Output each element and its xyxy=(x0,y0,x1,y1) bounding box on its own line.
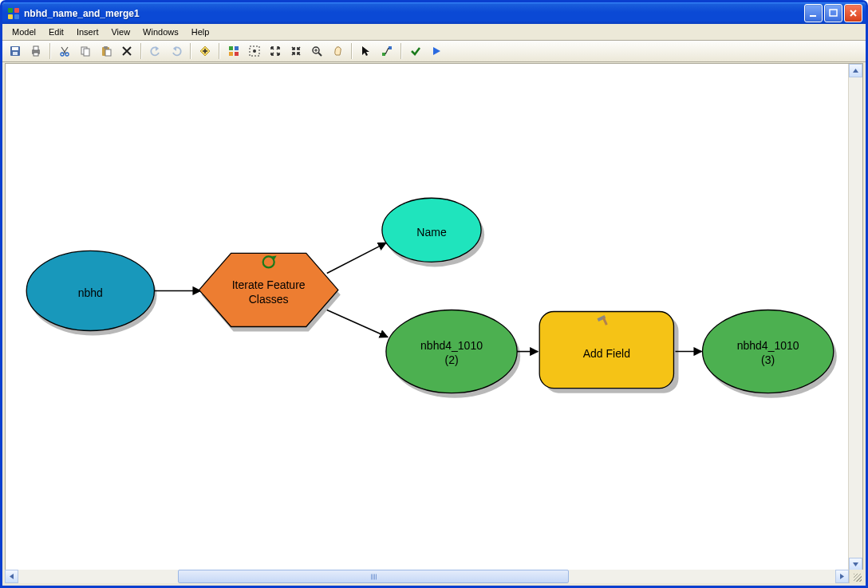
scroll-right-icon[interactable] xyxy=(835,570,849,583)
zoom-tool-icon[interactable] xyxy=(307,41,326,61)
app-icon xyxy=(7,7,20,20)
horizontal-scroll-track[interactable] xyxy=(18,570,835,583)
model-canvas-frame: nbhd Iterate Feature Classes xyxy=(5,63,863,572)
toolbar-separator xyxy=(140,43,142,59)
menu-help[interactable]: Help xyxy=(185,26,216,38)
validate-icon[interactable] xyxy=(406,41,425,61)
svg-rect-18 xyxy=(235,52,239,56)
svg-line-22 xyxy=(318,53,322,56)
pan-icon[interactable] xyxy=(328,41,347,61)
scroll-up-icon[interactable] xyxy=(849,64,862,77)
node-iterator-label-1: Iterate Feature xyxy=(232,278,306,291)
toolbar-separator xyxy=(219,43,220,59)
print-icon[interactable] xyxy=(26,41,45,61)
menu-model[interactable]: Model xyxy=(6,26,42,38)
toolbar-separator xyxy=(190,43,191,59)
diagram-svg: nbhd Iterate Feature Classes xyxy=(6,64,862,571)
close-button[interactable] xyxy=(844,4,862,22)
svg-rect-14 xyxy=(105,49,111,56)
svg-rect-17 xyxy=(229,52,233,56)
scroll-left-icon[interactable] xyxy=(5,570,18,583)
toolbar xyxy=(2,41,866,62)
horizontal-scroll-thumb[interactable] xyxy=(178,570,569,583)
vertical-scroll-track[interactable] xyxy=(849,77,862,558)
run-icon[interactable] xyxy=(427,41,446,61)
node-iterator[interactable]: Iterate Feature Classes xyxy=(199,253,341,331)
svg-rect-0 xyxy=(810,15,816,17)
menu-windows[interactable]: Windows xyxy=(136,26,185,38)
svg-line-27 xyxy=(385,48,389,54)
node-tool-label: Add Field xyxy=(583,347,630,360)
svg-rect-16 xyxy=(235,46,239,50)
node-derived-fc-label-1: nbhd4_1010 xyxy=(420,339,483,352)
window-title: nbhd_name_and_merge1 xyxy=(24,8,804,19)
node-tool-add-field[interactable]: Add Field xyxy=(539,311,678,393)
connector-iterator-to-fc[interactable] xyxy=(327,310,388,337)
full-extent-icon[interactable] xyxy=(245,41,264,61)
svg-rect-26 xyxy=(389,46,392,49)
titlebar[interactable]: nbhd_name_and_merge1 xyxy=(2,2,866,24)
svg-rect-13 xyxy=(104,46,108,49)
paste-icon[interactable] xyxy=(97,41,116,61)
horizontal-scrollbar[interactable] xyxy=(5,570,863,583)
svg-point-8 xyxy=(61,53,64,56)
connect-icon[interactable] xyxy=(377,41,397,61)
maximize-button[interactable] xyxy=(824,4,842,22)
node-output-final-label-2: (3) xyxy=(761,353,775,366)
toolbar-separator xyxy=(400,43,402,59)
undo-icon[interactable] xyxy=(146,41,165,61)
menu-insert[interactable]: Insert xyxy=(70,26,105,38)
svg-rect-3 xyxy=(12,47,18,50)
svg-rect-15 xyxy=(229,46,233,50)
save-icon[interactable] xyxy=(6,41,25,61)
node-output-final-label-1: nbhd4_1010 xyxy=(737,339,799,352)
node-iterator-label-2: Classes xyxy=(249,293,289,306)
svg-point-9 xyxy=(65,53,69,56)
copy-icon[interactable] xyxy=(76,41,95,61)
select-icon[interactable] xyxy=(357,41,376,61)
minimize-button[interactable] xyxy=(804,4,823,22)
redo-icon[interactable] xyxy=(167,41,186,61)
menubar: Model Edit Insert View Windows Help xyxy=(2,24,866,41)
menu-edit[interactable]: Edit xyxy=(42,26,70,38)
node-derived-fc-label-2: (2) xyxy=(444,353,458,366)
model-canvas[interactable]: nbhd Iterate Feature Classes xyxy=(6,64,862,571)
menu-view[interactable]: View xyxy=(105,26,136,38)
node-output-name[interactable]: Name xyxy=(382,198,484,266)
window-controls xyxy=(804,4,862,22)
connector-iterator-to-name[interactable] xyxy=(327,243,386,273)
cut-icon[interactable] xyxy=(55,41,74,61)
resize-grip-icon[interactable] xyxy=(849,570,863,583)
auto-layout-icon[interactable] xyxy=(224,41,243,61)
app-window: nbhd_name_and_merge1 Model Edit Insert V… xyxy=(0,0,868,588)
add-data-icon[interactable] xyxy=(195,41,215,61)
toolbar-separator xyxy=(49,43,51,59)
node-input-label: nbhd xyxy=(78,286,103,299)
svg-rect-6 xyxy=(34,46,38,50)
svg-rect-1 xyxy=(830,10,837,16)
zoom-in-fixed-icon[interactable] xyxy=(266,41,285,61)
vertical-scrollbar[interactable] xyxy=(848,64,862,571)
svg-rect-4 xyxy=(13,52,18,55)
zoom-out-fixed-icon[interactable] xyxy=(286,41,306,61)
node-output-final[interactable]: nbhd4_1010 (3) xyxy=(703,310,837,397)
svg-point-20 xyxy=(253,49,256,53)
svg-rect-11 xyxy=(84,49,89,56)
node-input-nbhd[interactable]: nbhd xyxy=(26,251,156,335)
node-output-name-label: Name xyxy=(416,226,447,239)
svg-rect-25 xyxy=(382,53,385,56)
toolbar-separator xyxy=(351,43,353,59)
node-derived-fc[interactable]: nbhd4_1010 (2) xyxy=(386,310,520,397)
delete-icon[interactable] xyxy=(117,41,136,61)
svg-rect-7 xyxy=(34,53,38,56)
